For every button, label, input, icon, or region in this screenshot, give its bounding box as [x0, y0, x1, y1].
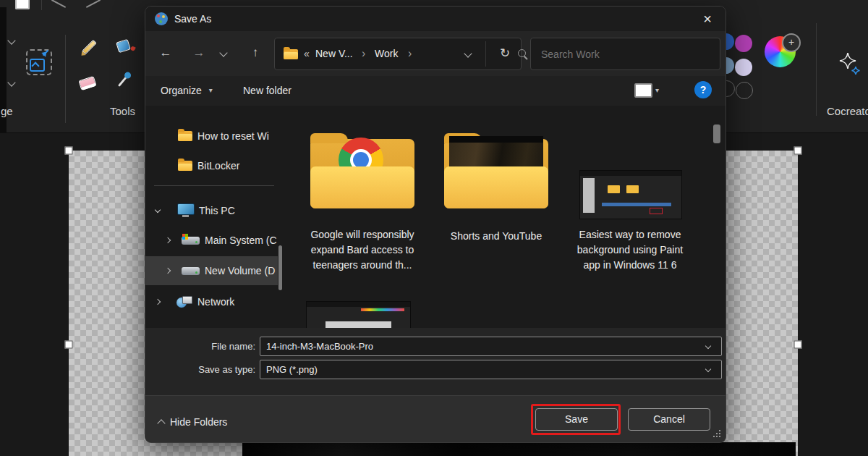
sidebar-scrollbar[interactable] [278, 245, 282, 290]
chevron-up-icon [157, 419, 165, 427]
organize-button[interactable]: Organize ▾ [161, 82, 213, 99]
resize-image-button[interactable] [26, 49, 52, 75]
folder-icon [178, 161, 192, 171]
expander-chevron-icon[interactable] [165, 268, 171, 274]
redo-icon[interactable] [86, 0, 101, 8]
this-pc-icon [177, 203, 195, 215]
color-swatch-lavender[interactable] [735, 59, 752, 76]
search-box[interactable] [530, 38, 720, 70]
thumb-canvas-left [583, 178, 595, 213]
selection-handle-top-left[interactable] [65, 147, 73, 155]
network-icon [176, 296, 192, 308]
breadcrumb-item[interactable]: Work [375, 38, 398, 69]
paint-app-icon [155, 12, 168, 25]
sidebar: How to reset Wi BitLocker This PC Main S… [145, 106, 283, 328]
up-button[interactable]: ↑ [245, 43, 265, 63]
eyedropper-tool-icon[interactable] [118, 76, 127, 87]
file-item-label: Easiest way to remove background using P… [572, 227, 688, 273]
os-drive-icon [182, 237, 200, 245]
file-name-input[interactable] [260, 337, 722, 356]
sidebar-divider [154, 185, 274, 186]
sidebar-item-network[interactable]: Network [145, 288, 278, 316]
file-list: Google will responsibly expand Bard acce… [283, 106, 726, 328]
color-swatch-empty-2[interactable] [736, 82, 753, 99]
sidebar-item-how-to-reset[interactable]: How to reset Wi [145, 122, 278, 150]
selection-handle-mid-right[interactable] [794, 341, 802, 349]
selection-handle-top-right[interactable] [794, 147, 802, 155]
help-button[interactable]: ? [694, 81, 712, 98]
dialog-title-bar [145, 7, 726, 31]
folder-icon [284, 49, 298, 59]
address-dropdown-chevron[interactable] [464, 49, 472, 57]
breadcrumb-overflow-chevron[interactable]: « [304, 38, 310, 69]
hide-folders-label: Hide Folders [170, 416, 227, 428]
recent-locations-chevron[interactable] [219, 48, 227, 56]
canvas-image [242, 442, 796, 456]
dialog-title: Save As [174, 7, 211, 31]
folder-icon [442, 133, 550, 210]
thumb-filename-bar [602, 203, 671, 206]
ribbon-divider [65, 35, 66, 123]
screen: ge Tools + Cocreator Save As [0, 0, 868, 456]
expander-chevron-icon[interactable] [165, 237, 171, 243]
sidebar-item-label: BitLocker [197, 152, 239, 180]
sidebar-item-label: New Volume (D [205, 256, 277, 285]
expander-chevron-icon[interactable] [155, 207, 161, 213]
edit-colors-button[interactable]: + [782, 33, 801, 52]
chevron-down-icon[interactable] [7, 78, 15, 86]
file-item-folder[interactable]: Google will responsibly expand Bard acce… [301, 127, 424, 323]
toolbar-divider [41, 0, 42, 10]
forward-button[interactable]: → [189, 43, 209, 63]
drive-icon [182, 267, 200, 275]
view-options-button[interactable] [634, 83, 652, 98]
save-icon[interactable] [15, 0, 30, 9]
file-item-label: Google will responsibly expand Bard acce… [303, 227, 422, 273]
address-bar-divider [485, 41, 486, 67]
file-item-folder[interactable]: Shorts and YouTube [435, 127, 558, 323]
save-as-type-select[interactable]: PNG (*.png) [260, 360, 722, 379]
breadcrumb-item[interactable]: New V... [315, 38, 353, 69]
sidebar-item-label: This PC [199, 197, 235, 224]
back-button[interactable]: ← [156, 43, 176, 63]
image-group-label: ge [1, 105, 13, 117]
file-list-scrollbar[interactable] [713, 124, 720, 143]
view-dropdown-icon[interactable]: ▾ [655, 82, 659, 99]
file-name-label: File name: [167, 337, 255, 356]
new-folder-button[interactable]: New folder [243, 82, 292, 99]
sidebar-item-this-pc[interactable]: This PC [145, 197, 278, 224]
sidebar-item-label: How to reset Wi [197, 122, 276, 150]
address-bar[interactable]: « New V... › Work › ↻ [274, 38, 522, 70]
close-button[interactable]: × [697, 8, 718, 30]
color-swatch-magenta[interactable] [735, 35, 752, 52]
diagonal-arrow-icon [43, 50, 48, 56]
eraser-tool-icon[interactable] [78, 76, 96, 90]
file-item-partial[interactable] [306, 301, 411, 328]
chevron-down-icon[interactable] [7, 36, 15, 44]
tools-group-label: Tools [110, 105, 135, 117]
organize-label: Organize [161, 85, 202, 96]
sidebar-item-new-volume[interactable]: New Volume (D [145, 256, 278, 285]
picture-icon [30, 59, 45, 72]
breadcrumb-separator: › [362, 38, 365, 68]
hide-folders-button[interactable]: Hide Folders [156, 413, 227, 431]
file-item-label: Shorts and YouTube [437, 229, 556, 244]
save-button[interactable]: Save [535, 408, 618, 431]
search-input[interactable] [540, 38, 687, 69]
search-icon [518, 49, 526, 57]
cancel-button[interactable]: Cancel [628, 408, 710, 431]
expander-chevron-icon[interactable] [155, 299, 161, 305]
sidebar-item-main-system[interactable]: Main System (C [145, 227, 278, 254]
selection-handle-mid-left[interactable] [65, 341, 73, 349]
pencil-tool-icon[interactable] [82, 40, 97, 55]
fill-tool-icon[interactable] [116, 39, 131, 54]
file-item-image[interactable]: Easiest way to remove background using P… [572, 127, 688, 323]
breadcrumb-separator: › [408, 38, 412, 68]
sidebar-item-bitlocker[interactable]: BitLocker [145, 152, 278, 180]
folder-icon [178, 131, 192, 141]
cocreator-sparkle-icon[interactable] [837, 51, 863, 77]
save-as-type-label: Save as type: [167, 360, 255, 379]
refresh-button[interactable]: ↻ [492, 38, 518, 69]
cocreator-label: Cocreator [827, 105, 868, 117]
undo-icon[interactable] [51, 0, 66, 8]
resize-grip[interactable] [719, 430, 720, 431]
